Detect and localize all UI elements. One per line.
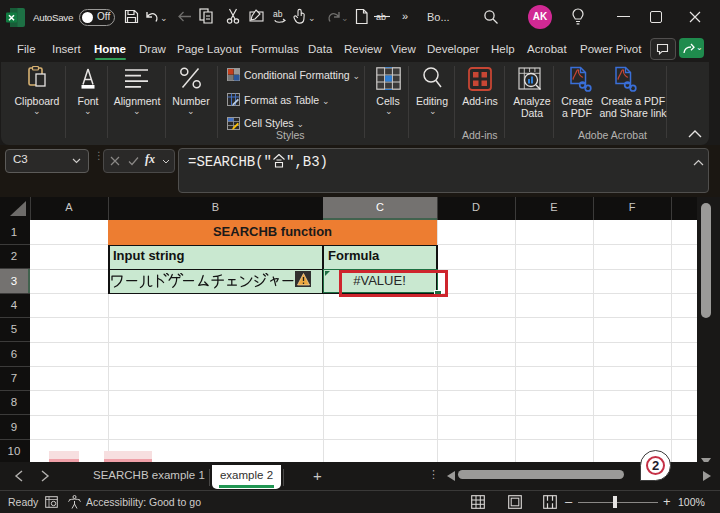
svg-text:ab: ab	[273, 9, 283, 19]
